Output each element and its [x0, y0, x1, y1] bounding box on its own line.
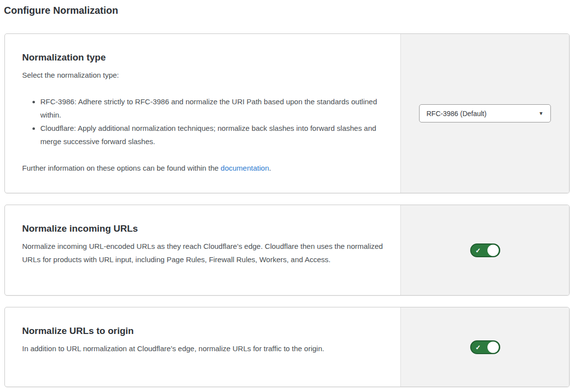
- card-normalization-type-side-panel: RFC-3986 (Default) ▼: [400, 34, 569, 193]
- normalization-type-footer: Further information on these options can…: [22, 161, 383, 175]
- card-normalize-incoming-urls: Normalize incoming URLs Normalize incomi…: [4, 205, 570, 296]
- card-normalize-incoming-urls-side-panel: ✓: [400, 205, 569, 295]
- normalize-urls-to-origin-description: In addition to URL normalization at Clou…: [22, 342, 383, 355]
- card-title-normalization-type: Normalization type: [22, 52, 383, 63]
- card-normalize-incoming-urls-content: Normalize incoming URLs Normalize incomi…: [5, 205, 400, 295]
- normalization-type-select[interactable]: RFC-3986 (Default) ▼: [419, 104, 551, 122]
- card-title-normalize-incoming-urls: Normalize incoming URLs: [22, 223, 383, 235]
- normalize-incoming-urls-toggle[interactable]: ✓: [470, 243, 500, 257]
- card-normalize-urls-to-origin-content: Normalize URLs to origin In addition to …: [5, 307, 400, 387]
- settings-cards: Normalization type Select the normalizat…: [4, 33, 570, 387]
- card-normalization-type-content: Normalization type Select the normalizat…: [5, 34, 400, 193]
- card-normalize-urls-to-origin: Normalize URLs to origin In addition to …: [4, 307, 570, 387]
- normalization-type-options-list: RFC-3986: Adhere strictly to RFC-3986 an…: [22, 95, 383, 148]
- check-icon: ✓: [476, 344, 481, 350]
- toggle-knob: [487, 341, 499, 353]
- bullet-rfc-3986: RFC-3986: Adhere strictly to RFC-3986 an…: [40, 95, 383, 121]
- normalization-type-select-value: RFC-3986 (Default): [426, 110, 486, 118]
- chevron-down-icon: ▼: [539, 111, 544, 116]
- toggle-knob: [487, 244, 499, 256]
- card-title-normalize-urls-to-origin: Normalize URLs to origin: [22, 325, 383, 337]
- card-normalize-urls-to-origin-side-panel: ✓: [400, 307, 569, 387]
- documentation-link[interactable]: documentation: [221, 164, 269, 172]
- bullet-cloudflare: Cloudflare: Apply additional normalizati…: [40, 121, 383, 148]
- normalize-urls-to-origin-toggle[interactable]: ✓: [470, 340, 500, 354]
- footer-text-suffix: .: [269, 164, 271, 172]
- footer-text-prefix: Further information on these options can…: [22, 164, 221, 172]
- normalization-type-description: Select the normalization type:: [22, 68, 383, 82]
- card-normalization-type: Normalization type Select the normalizat…: [4, 33, 570, 193]
- check-icon: ✓: [476, 247, 481, 253]
- page-title: Configure Normalization: [4, 4, 574, 17]
- normalize-incoming-urls-description: Normalize incoming URL-encoded URLs as t…: [22, 240, 383, 266]
